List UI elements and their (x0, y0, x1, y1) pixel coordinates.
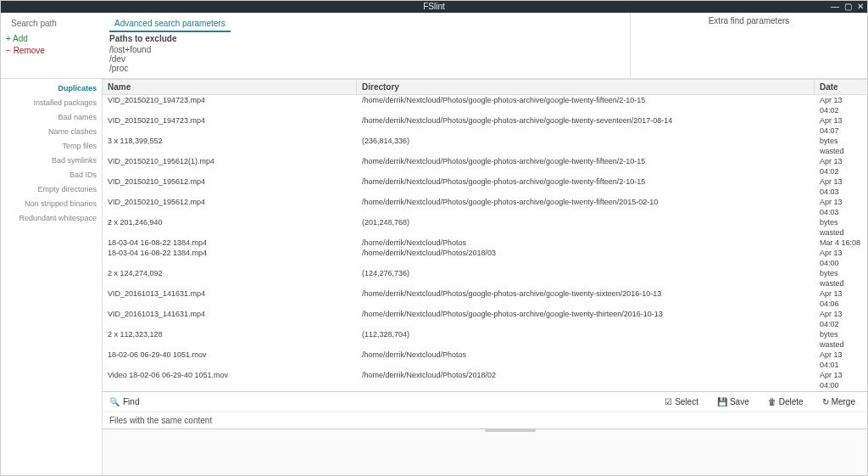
select-icon: ☑ (665, 397, 672, 406)
cell-directory: /home/derrik/Nextcloud/Photos/google-pho… (357, 115, 815, 136)
sidebar-item-bad-ids[interactable]: Bad IDs (6, 169, 97, 181)
cell-date: Apr 13 04:01 (815, 350, 867, 370)
find-button[interactable]: 🔍 Find (109, 397, 139, 406)
cell-date: Apr 13 04:06 (815, 288, 867, 309)
col-header-directory[interactable]: Directory (357, 80, 815, 94)
path-item[interactable]: /proc (109, 64, 623, 73)
delete-icon: 🗑 (768, 397, 776, 406)
find-label: Find (123, 397, 139, 406)
remove-path-button[interactable]: − Remove (6, 46, 97, 55)
sidebar-item-non-stripped[interactable]: Non stripped binaries (6, 198, 97, 210)
cell-date: Mar 4 16:08 (815, 238, 867, 248)
path-item[interactable]: /lost+found (109, 45, 623, 54)
pane-resize-handle[interactable] (485, 429, 536, 432)
window-titlebar: FSlint — ▢ ✕ (1, 1, 867, 13)
cell-directory: /home/derrik/Nextcloud/Photos/google-pho… (357, 197, 815, 217)
cell-name: VID_20150210_195612.mp4 (103, 176, 357, 197)
cell-directory: /home/derrik/Nextcloud/Photos/google-pho… (357, 156, 815, 176)
merge-button[interactable]: ↻ Merge (817, 395, 860, 408)
sidebar-item-bad-symlinks[interactable]: Bad symlinks (6, 154, 97, 166)
table-row[interactable]: VID_20161013_141631.mp4/home/derrik/Next… (103, 309, 867, 329)
cell-date: Apr 13 04:00 (815, 248, 867, 268)
table-row[interactable]: VID_20150210_195612.mp4/home/derrik/Next… (103, 197, 867, 217)
sidebar-item-bad-names[interactable]: Bad names (6, 111, 97, 123)
cell-name: 18-03-04 16-08-22 1384.mp4 (103, 238, 357, 248)
col-header-date[interactable]: Date (815, 80, 867, 94)
results-table[interactable]: VID_20150210_194723.mp4/home/derrik/Next… (103, 95, 867, 391)
cell-date: Apr 13 04:03 (815, 176, 867, 197)
delete-button[interactable]: 🗑 Delete (763, 395, 809, 408)
cell-date: Apr 13 04:07 (815, 115, 867, 136)
cell-name: VID_20161013_141631.mp4 (103, 288, 357, 309)
table-row[interactable]: 18-03-04 16-08-22 1384.mp4/home/derrik/N… (103, 248, 867, 268)
cell-directory: (124,276,736) (357, 268, 815, 288)
cell-date: Apr 13 04:02 (815, 95, 867, 115)
table-row[interactable]: 3 x 118,399,552(236,814,336)bytes wasted (103, 136, 867, 156)
minimize-icon[interactable]: — (831, 1, 839, 13)
cell-name: 18-03-04 16-08-22 1384.mp4 (103, 248, 357, 268)
table-row[interactable]: VID_20150210_195612.mp4/home/derrik/Next… (103, 176, 867, 197)
table-header: Name Directory Date (103, 79, 867, 95)
cell-name: VID_20150210_194723.mp4 (103, 115, 357, 136)
cell-name: 2 x 124,274,092 (103, 268, 357, 288)
extra-find-parameters[interactable]: Extra find parameters (630, 13, 867, 78)
cell-directory: /home/derrik/Nextcloud/Photos/google-pho… (357, 288, 815, 309)
table-row[interactable]: VID_20150210_194723.mp4/home/derrik/Next… (103, 115, 867, 136)
details-pane[interactable] (103, 428, 867, 475)
cell-directory: /home/derrik/Nextcloud/Photos/google-pho… (357, 95, 815, 115)
sidebar-item-redundant-whitespace[interactable]: Redundant whitespace (6, 212, 97, 224)
cell-directory: /home/derrik/Nextcloud/Photos/2018/02 (357, 370, 815, 390)
tab-search-path[interactable]: Search path (6, 16, 62, 31)
sidebar-item-installed-packages[interactable]: Installed packages (6, 97, 97, 109)
table-row[interactable]: 2 x 201,246,940(201,248,768)bytes wasted (103, 217, 867, 238)
cell-directory: /home/derrik/Nextcloud/Photos/google-pho… (357, 176, 815, 197)
save-label: Save (730, 397, 749, 406)
cell-date: Apr 13 04:03 (815, 197, 867, 217)
paths-exclude-heading: Paths to exclude (109, 34, 623, 43)
cell-name: 3 x 118,399,552 (103, 136, 357, 156)
select-label: Select (675, 397, 698, 406)
table-row[interactable]: 18-02-06 06-29-40 1051.mov/home/derrik/N… (103, 350, 867, 370)
cell-date: bytes wasted (815, 136, 867, 156)
add-path-button[interactable]: + Add (6, 34, 97, 43)
remove-label: Remove (14, 46, 45, 55)
select-button[interactable]: ☑ Select (659, 395, 704, 408)
paths-exclude-list[interactable]: /lost+found /dev /proc (109, 45, 623, 73)
cell-date: bytes wasted (815, 217, 867, 238)
maximize-icon[interactable]: ▢ (844, 1, 852, 13)
delete-label: Delete (779, 397, 804, 406)
status-text: Files with the same content (103, 412, 867, 428)
table-row[interactable]: VID_20150210_195612(1).mp4/home/derrik/N… (103, 156, 867, 176)
close-icon[interactable]: ✕ (857, 1, 864, 13)
cell-name: 18-02-06 06-29-40 1051.mov (103, 350, 357, 370)
save-icon: 💾 (717, 397, 727, 406)
cell-name: VID_20161013_141631.mp4 (103, 309, 357, 329)
cell-directory: /home/derrik/Nextcloud/Photos (357, 350, 815, 370)
table-row[interactable]: VID_20161013_141631.mp4/home/derrik/Next… (103, 288, 867, 309)
cell-name: VID_20150210_195612(1).mp4 (103, 156, 357, 176)
cell-date: bytes wasted (815, 329, 867, 350)
path-item[interactable]: /dev (109, 54, 623, 64)
cell-name: Video 18-02-06 06-29-40 1051.mov (103, 370, 357, 390)
tab-advanced-params[interactable]: Advanced search parameters (109, 16, 231, 32)
sidebar-item-temp-files[interactable]: Temp files (6, 140, 97, 152)
cell-directory: /home/derrik/Nextcloud/Photos/google-pho… (357, 309, 815, 329)
cell-directory: (236,814,336) (357, 136, 815, 156)
cell-directory: /home/derrik/Nextcloud/Photos (357, 238, 815, 248)
save-button[interactable]: 💾 Save (712, 395, 754, 408)
table-row[interactable]: 2 x 124,274,092(124,276,736)bytes wasted (103, 268, 867, 288)
table-row[interactable]: VID_20150210_194723.mp4/home/derrik/Next… (103, 95, 867, 115)
cell-name: VID_20150210_194723.mp4 (103, 95, 357, 115)
col-header-name[interactable]: Name (103, 80, 357, 94)
sidebar-item-empty-directories[interactable]: Empty directories (6, 183, 97, 195)
cell-date: Apr 13 04:02 (815, 156, 867, 176)
merge-icon: ↻ (822, 397, 829, 406)
table-row[interactable]: 2 x 112,323,128(112,328,704)bytes wasted (103, 329, 867, 350)
sidebar-item-duplicates[interactable]: Duplicates (6, 82, 97, 94)
window-title: FSlint (423, 2, 445, 11)
table-row[interactable]: 18-03-04 16-08-22 1384.mp4/home/derrik/N… (103, 238, 867, 248)
table-row[interactable]: Video 18-02-06 06-29-40 1051.mov/home/de… (103, 370, 867, 390)
add-label: Add (13, 34, 28, 43)
sidebar-item-name-clashes[interactable]: Name clashes (6, 126, 97, 137)
sidebar: Duplicates Installed packages Bad names … (1, 79, 103, 475)
